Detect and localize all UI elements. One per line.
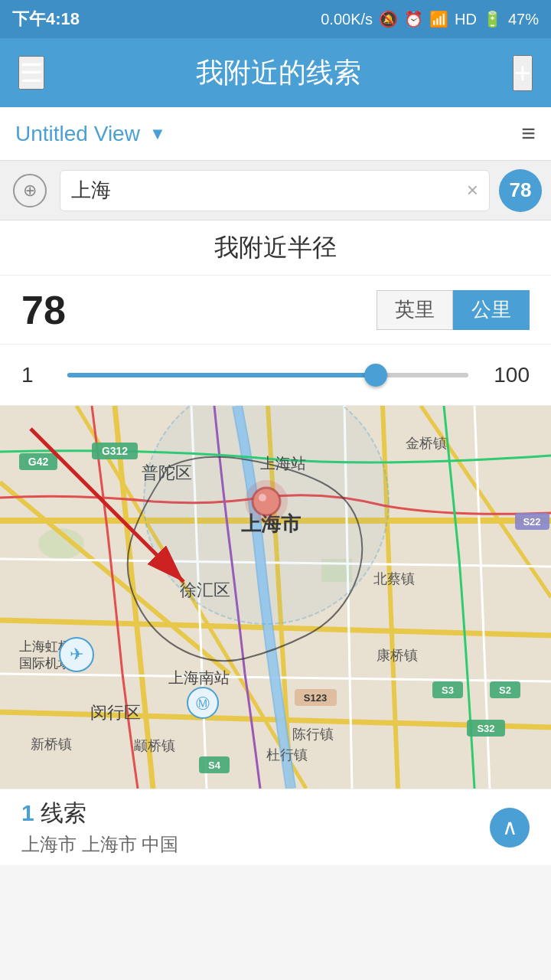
mute-icon: 🔕: [379, 10, 398, 28]
app-bar: ☰ 我附近的线索 +: [0, 38, 551, 107]
signal-icon: HD: [455, 11, 477, 28]
slider-thumb[interactable]: [364, 364, 387, 387]
svg-text:G42: G42: [28, 456, 49, 468]
battery-percent: 47%: [508, 11, 539, 28]
svg-text:北蔡镇: 北蔡镇: [373, 571, 415, 586]
slider-row: 1 100: [0, 345, 551, 406]
battery-icon: 🔋: [483, 10, 502, 28]
result-count-number: 1: [21, 800, 34, 825]
status-time: 下午4:18: [12, 8, 80, 31]
svg-text:S123: S123: [304, 692, 327, 704]
radius-section: 我附近半径 78 英里 公里 1 100: [0, 220, 551, 406]
add-button[interactable]: +: [513, 55, 533, 91]
svg-text:康桥镇: 康桥镇: [377, 648, 418, 663]
view-selector-left[interactable]: Untitled View ▼: [15, 122, 166, 146]
bottom-info: 1 线索 上海市 上海市 中国: [21, 798, 178, 857]
result-count-suffix: 线索: [34, 800, 86, 825]
svg-text:金桥镇: 金桥镇: [406, 436, 447, 451]
search-clear-icon[interactable]: ×: [467, 178, 478, 202]
status-right: 0.00K/s 🔕 ⏰ 📶 HD 🔋 47%: [321, 10, 539, 28]
slider-min-label: 1: [21, 363, 52, 387]
result-location: 上海市 上海市 中国: [21, 832, 178, 857]
alarm-icon: ⏰: [404, 10, 423, 28]
search-row: ⊕ × 78: [0, 161, 551, 220]
svg-text:杜行镇: 杜行镇: [266, 747, 308, 763]
unit-km-button[interactable]: 公里: [453, 290, 530, 330]
search-input[interactable]: [71, 178, 467, 202]
svg-text:新桥镇: 新桥镇: [31, 737, 72, 752]
radius-value: 78: [21, 287, 66, 333]
svg-text:陈行镇: 陈行镇: [292, 727, 334, 742]
location-circle-icon: ⊕: [13, 174, 47, 207]
svg-text:S4: S4: [208, 760, 221, 771]
slider-max-label: 100: [484, 363, 530, 387]
search-input-wrap: ×: [60, 170, 490, 211]
svg-text:颛桥镇: 颛桥镇: [134, 738, 175, 753]
slider-track[interactable]: [67, 368, 468, 383]
svg-text:闵行区: 闵行区: [90, 703, 141, 722]
unit-buttons: 英里 公里: [377, 290, 530, 330]
chevron-up-icon: ∧: [502, 815, 518, 840]
locate-button[interactable]: ⊕: [9, 170, 51, 211]
svg-text:S32: S32: [477, 723, 494, 734]
svg-text:S2: S2: [499, 684, 511, 696]
svg-text:✈: ✈: [70, 645, 83, 664]
result-count-line: 1 线索: [21, 798, 178, 829]
dropdown-arrow-icon: ▼: [149, 124, 166, 144]
map-svg: G312 G42 S3 S2 S32 S123 S4 S22 普陀区 上海站 金…: [0, 406, 551, 789]
svg-text:S22: S22: [523, 516, 540, 528]
status-bar: 下午4:18 0.00K/s 🔕 ⏰ 📶 HD 🔋 47%: [0, 0, 551, 38]
view-title: Untitled View: [15, 122, 140, 146]
slider-track-fill: [67, 373, 376, 377]
expand-button[interactable]: ∧: [490, 808, 530, 848]
svg-text:G312: G312: [102, 445, 128, 457]
menu-button[interactable]: ☰: [18, 56, 44, 90]
bottom-bar: 1 线索 上海市 上海市 中国 ∧: [0, 789, 551, 865]
result-count-badge: 78: [499, 169, 542, 212]
svg-text:S3: S3: [442, 684, 454, 696]
radius-controls-row: 78 英里 公里: [0, 276, 551, 345]
svg-text:Ⓜ: Ⓜ: [196, 696, 210, 711]
svg-text:上海南站: 上海南站: [168, 669, 230, 686]
view-selector-row: Untitled View ▼ ≡: [0, 107, 551, 161]
app-title: 我附近的线索: [196, 54, 361, 92]
radius-title-row: 我附近半径: [0, 220, 551, 276]
wifi-icon: 📶: [429, 10, 448, 28]
list-view-icon[interactable]: ≡: [521, 119, 536, 148]
map-area[interactable]: G312 G42 S3 S2 S32 S123 S4 S22 普陀区 上海站 金…: [0, 406, 551, 789]
status-speed: 0.00K/s: [321, 11, 373, 28]
radius-title: 我附近半径: [214, 231, 337, 265]
unit-miles-button[interactable]: 英里: [377, 290, 453, 330]
